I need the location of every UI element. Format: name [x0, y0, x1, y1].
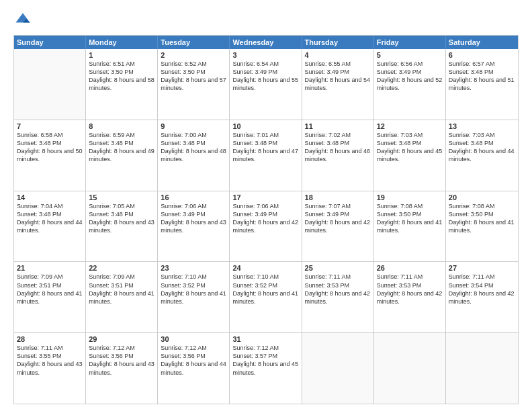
calendar-cell: 17Sunrise: 7:06 AM Sunset: 3:49 PM Dayli…	[230, 191, 302, 262]
calendar-header: SundayMondayTuesdayWednesdayThursdayFrid…	[14, 36, 518, 49]
calendar-cell: 11Sunrise: 7:02 AM Sunset: 3:48 PM Dayli…	[302, 120, 374, 191]
calendar-row-2: 14Sunrise: 7:04 AM Sunset: 3:48 PM Dayli…	[14, 191, 518, 262]
header-day-friday: Friday	[374, 36, 446, 49]
day-number: 20	[449, 193, 515, 201]
cell-detail: Sunrise: 7:03 AM Sunset: 3:48 PM Dayligh…	[377, 131, 443, 164]
day-number: 6	[449, 51, 515, 59]
page: SundayMondayTuesdayWednesdayThursdayFrid…	[0, 0, 532, 411]
cell-detail: Sunrise: 7:11 AM Sunset: 3:55 PM Dayligh…	[17, 344, 83, 377]
calendar-cell: 15Sunrise: 7:05 AM Sunset: 3:48 PM Dayli…	[86, 191, 158, 262]
calendar-row-0: 1Sunrise: 6:51 AM Sunset: 3:50 PM Daylig…	[14, 49, 518, 120]
calendar-cell: 7Sunrise: 6:58 AM Sunset: 3:48 PM Daylig…	[14, 120, 86, 191]
day-number: 30	[161, 335, 226, 343]
cell-detail: Sunrise: 7:09 AM Sunset: 3:51 PM Dayligh…	[89, 273, 154, 306]
day-number: 7	[17, 122, 83, 130]
calendar-row-1: 7Sunrise: 6:58 AM Sunset: 3:48 PM Daylig…	[14, 120, 518, 191]
cell-detail: Sunrise: 7:08 AM Sunset: 3:50 PM Dayligh…	[449, 202, 515, 235]
cell-detail: Sunrise: 7:12 AM Sunset: 3:57 PM Dayligh…	[232, 344, 298, 377]
calendar: SundayMondayTuesdayWednesdayThursdayFrid…	[13, 35, 519, 404]
logo	[13, 11, 35, 30]
calendar-cell: 6Sunrise: 6:57 AM Sunset: 3:48 PM Daylig…	[446, 49, 518, 120]
cell-detail: Sunrise: 7:02 AM Sunset: 3:48 PM Dayligh…	[305, 131, 371, 164]
calendar-cell: 13Sunrise: 7:03 AM Sunset: 3:48 PM Dayli…	[446, 120, 518, 191]
header-day-sunday: Sunday	[14, 36, 86, 49]
day-number: 1	[89, 51, 154, 59]
cell-detail: Sunrise: 7:08 AM Sunset: 3:50 PM Dayligh…	[377, 202, 443, 235]
cell-detail: Sunrise: 6:52 AM Sunset: 3:50 PM Dayligh…	[161, 60, 226, 93]
calendar-cell	[374, 333, 446, 404]
header-day-saturday: Saturday	[446, 36, 518, 49]
calendar-cell	[302, 333, 374, 404]
day-number: 5	[377, 51, 443, 59]
day-number: 10	[232, 122, 298, 130]
cell-detail: Sunrise: 7:07 AM Sunset: 3:49 PM Dayligh…	[305, 202, 371, 235]
day-number: 3	[232, 51, 298, 59]
calendar-cell: 22Sunrise: 7:09 AM Sunset: 3:51 PM Dayli…	[86, 262, 158, 332]
calendar-cell: 5Sunrise: 6:56 AM Sunset: 3:49 PM Daylig…	[374, 49, 446, 120]
day-number: 2	[161, 51, 226, 59]
cell-detail: Sunrise: 7:09 AM Sunset: 3:51 PM Dayligh…	[17, 273, 83, 306]
calendar-row-3: 21Sunrise: 7:09 AM Sunset: 3:51 PM Dayli…	[14, 261, 518, 332]
calendar-cell: 16Sunrise: 7:06 AM Sunset: 3:49 PM Dayli…	[158, 191, 230, 262]
cell-detail: Sunrise: 7:04 AM Sunset: 3:48 PM Dayligh…	[17, 202, 83, 235]
calendar-cell	[14, 49, 86, 120]
calendar-cell: 27Sunrise: 7:11 AM Sunset: 3:54 PM Dayli…	[446, 262, 518, 332]
calendar-cell: 1Sunrise: 6:51 AM Sunset: 3:50 PM Daylig…	[86, 49, 158, 120]
calendar-cell: 26Sunrise: 7:11 AM Sunset: 3:53 PM Dayli…	[374, 262, 446, 332]
day-number: 27	[449, 264, 515, 272]
day-number: 8	[89, 122, 154, 130]
cell-detail: Sunrise: 7:11 AM Sunset: 3:53 PM Dayligh…	[305, 273, 371, 306]
calendar-cell: 18Sunrise: 7:07 AM Sunset: 3:49 PM Dayli…	[302, 191, 374, 262]
day-number: 23	[161, 264, 226, 272]
cell-detail: Sunrise: 6:55 AM Sunset: 3:49 PM Dayligh…	[305, 60, 371, 93]
cell-detail: Sunrise: 7:03 AM Sunset: 3:48 PM Dayligh…	[449, 131, 515, 164]
cell-detail: Sunrise: 7:06 AM Sunset: 3:49 PM Dayligh…	[161, 202, 226, 235]
day-number: 21	[17, 264, 83, 272]
day-number: 17	[232, 193, 298, 201]
calendar-cell: 10Sunrise: 7:01 AM Sunset: 3:48 PM Dayli…	[230, 120, 302, 191]
day-number: 15	[89, 193, 154, 201]
day-number: 24	[232, 264, 298, 272]
cell-detail: Sunrise: 6:57 AM Sunset: 3:48 PM Dayligh…	[449, 60, 515, 93]
calendar-cell: 31Sunrise: 7:12 AM Sunset: 3:57 PM Dayli…	[230, 333, 302, 404]
calendar-cell: 29Sunrise: 7:12 AM Sunset: 3:56 PM Dayli…	[86, 333, 158, 404]
calendar-cell: 3Sunrise: 6:54 AM Sunset: 3:49 PM Daylig…	[230, 49, 302, 120]
day-number: 29	[89, 335, 154, 343]
day-number: 13	[449, 122, 515, 130]
day-number: 22	[89, 264, 154, 272]
day-number: 26	[377, 264, 443, 272]
calendar-cell: 23Sunrise: 7:10 AM Sunset: 3:52 PM Dayli…	[158, 262, 230, 332]
calendar-cell: 24Sunrise: 7:10 AM Sunset: 3:52 PM Dayli…	[230, 262, 302, 332]
calendar-cell: 8Sunrise: 6:59 AM Sunset: 3:48 PM Daylig…	[86, 120, 158, 191]
calendar-cell: 28Sunrise: 7:11 AM Sunset: 3:55 PM Dayli…	[14, 333, 86, 404]
cell-detail: Sunrise: 6:51 AM Sunset: 3:50 PM Dayligh…	[89, 60, 154, 93]
calendar-cell: 21Sunrise: 7:09 AM Sunset: 3:51 PM Dayli…	[14, 262, 86, 332]
cell-detail: Sunrise: 7:10 AM Sunset: 3:52 PM Dayligh…	[232, 273, 298, 306]
day-number: 11	[305, 122, 371, 130]
calendar-cell: 2Sunrise: 6:52 AM Sunset: 3:50 PM Daylig…	[158, 49, 230, 120]
calendar-cell: 12Sunrise: 7:03 AM Sunset: 3:48 PM Dayli…	[374, 120, 446, 191]
header-day-monday: Monday	[86, 36, 158, 49]
cell-detail: Sunrise: 7:11 AM Sunset: 3:53 PM Dayligh…	[377, 273, 443, 306]
logo-icon	[13, 11, 32, 30]
header-day-wednesday: Wednesday	[230, 36, 302, 49]
calendar-row-4: 28Sunrise: 7:11 AM Sunset: 3:55 PM Dayli…	[14, 332, 518, 404]
cell-detail: Sunrise: 7:00 AM Sunset: 3:48 PM Dayligh…	[161, 131, 226, 164]
cell-detail: Sunrise: 7:01 AM Sunset: 3:48 PM Dayligh…	[232, 131, 298, 164]
calendar-cell	[446, 333, 518, 404]
calendar-cell: 9Sunrise: 7:00 AM Sunset: 3:48 PM Daylig…	[158, 120, 230, 191]
cell-detail: Sunrise: 7:12 AM Sunset: 3:56 PM Dayligh…	[161, 344, 226, 377]
day-number: 19	[377, 193, 443, 201]
day-number: 25	[305, 264, 371, 272]
calendar-cell: 19Sunrise: 7:08 AM Sunset: 3:50 PM Dayli…	[374, 191, 446, 262]
day-number: 31	[232, 335, 298, 343]
day-number: 14	[17, 193, 83, 201]
cell-detail: Sunrise: 7:12 AM Sunset: 3:56 PM Dayligh…	[89, 344, 154, 377]
day-number: 16	[161, 193, 226, 201]
calendar-cell: 25Sunrise: 7:11 AM Sunset: 3:53 PM Dayli…	[302, 262, 374, 332]
cell-detail: Sunrise: 7:06 AM Sunset: 3:49 PM Dayligh…	[232, 202, 298, 235]
cell-detail: Sunrise: 6:54 AM Sunset: 3:49 PM Dayligh…	[232, 60, 298, 93]
cell-detail: Sunrise: 6:56 AM Sunset: 3:49 PM Dayligh…	[377, 60, 443, 93]
cell-detail: Sunrise: 7:10 AM Sunset: 3:52 PM Dayligh…	[161, 273, 226, 306]
header-day-tuesday: Tuesday	[158, 36, 230, 49]
